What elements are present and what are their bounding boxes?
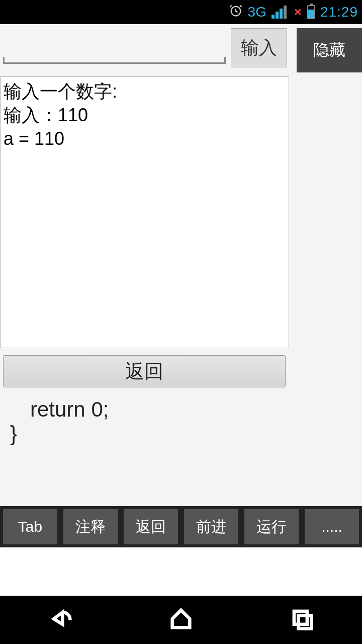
input-row: 输入	[0, 24, 289, 67]
toolbar-tab[interactable]: Tab	[3, 509, 57, 544]
editor-toolbar: Tab 注释 返回 前进 运行 .....	[0, 506, 362, 547]
alarm-icon	[229, 4, 243, 21]
toolbar-comment[interactable]: 注释	[63, 509, 118, 544]
input-output-panel: 输入 输入一个数字: 输入：110 a = 110 返回	[0, 24, 289, 387]
battery-icon	[307, 5, 315, 19]
svg-rect-2	[299, 616, 312, 629]
output-box: 输入一个数字: 输入：110 a = 110	[0, 76, 289, 348]
status-bar: 3G ✕ 21:29	[0, 0, 362, 24]
nav-recent-icon[interactable]	[289, 606, 315, 634]
text-input[interactable]	[3, 32, 226, 64]
no-sim-icon: ✕	[294, 6, 302, 18]
toolbar-back[interactable]: 返回	[124, 509, 178, 544]
toolbar-forward[interactable]: 前进	[184, 509, 238, 544]
nav-back-icon[interactable]	[47, 606, 73, 634]
nav-home-icon[interactable]	[168, 606, 194, 634]
input-button[interactable]: 输入	[231, 28, 287, 67]
network-label: 3G	[248, 4, 266, 20]
back-button[interactable]: 返回	[3, 355, 286, 387]
signal-icon	[272, 6, 287, 19]
navigation-bar	[0, 596, 362, 644]
clock-time: 21:29	[320, 4, 358, 20]
code-line-return: return 0;	[10, 397, 362, 422]
hide-button[interactable]: 隐藏	[297, 28, 362, 72]
keyboard-strip	[0, 547, 362, 596]
code-line-brace: }	[10, 422, 362, 446]
text-input-field[interactable]	[3, 32, 226, 62]
toolbar-more[interactable]: .....	[305, 509, 359, 544]
svg-rect-1	[294, 611, 307, 624]
toolbar-run[interactable]: 运行	[244, 509, 299, 544]
